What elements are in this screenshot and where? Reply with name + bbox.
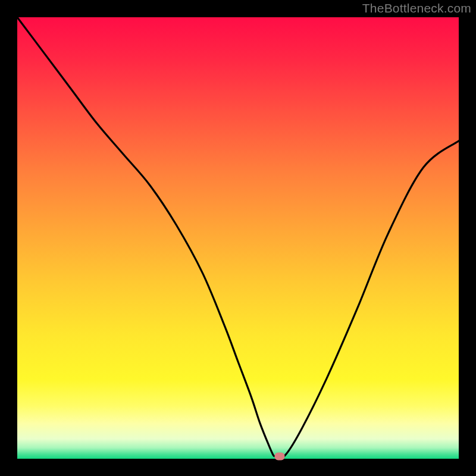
watermark-text: TheBottleneck.com	[362, 1, 471, 15]
bottleneck-chart	[17, 17, 459, 459]
optimal-point-marker	[275, 452, 285, 460]
plot-area	[17, 17, 459, 459]
gradient-background	[17, 17, 459, 459]
app-frame: TheBottleneck.com	[0, 0, 476, 476]
